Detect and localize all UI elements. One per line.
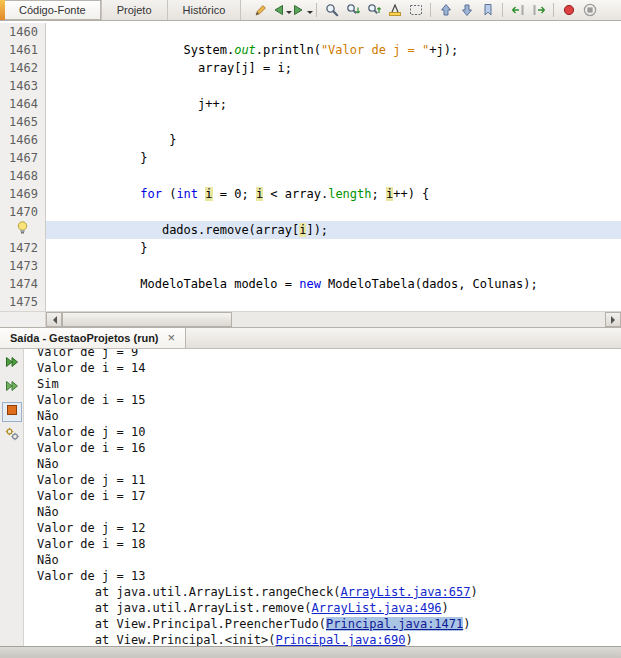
start-macro-button[interactable] bbox=[558, 1, 579, 20]
stop-button[interactable] bbox=[2, 402, 22, 422]
code-line[interactable]: 1466 } bbox=[0, 131, 621, 149]
tab-codigo-fonte[interactable]: Código-Fonte bbox=[0, 0, 102, 20]
code-editor[interactable]: 14601461 System.out.println("Valor de j … bbox=[0, 21, 621, 311]
line-number[interactable]: 1474 bbox=[0, 275, 46, 293]
jump-last-edit-button[interactable] bbox=[249, 1, 270, 20]
output-text: ) bbox=[405, 633, 412, 646]
code-text[interactable]: array[j] = i; bbox=[46, 59, 621, 77]
stacktrace-link[interactable]: ArrayList.java:657 bbox=[340, 585, 470, 599]
output-line: Valor de i = 14 bbox=[37, 360, 621, 376]
code-line[interactable]: 1464 j++; bbox=[0, 95, 621, 113]
code-line[interactable]: 1473 bbox=[0, 257, 621, 275]
find-previous-button[interactable] bbox=[363, 1, 384, 20]
code-token bbox=[68, 187, 140, 201]
code-text[interactable]: } bbox=[46, 131, 621, 149]
code-text[interactable]: j++; bbox=[46, 95, 621, 113]
output-text: Sim bbox=[37, 377, 59, 391]
toggle-highlight-button[interactable] bbox=[384, 1, 405, 20]
line-number[interactable]: 1469 bbox=[0, 185, 46, 203]
code-token: dados.remove(array[ bbox=[68, 223, 299, 237]
output-line: at java.util.ArrayList.remove(ArrayList.… bbox=[37, 600, 621, 616]
code-line[interactable]: 1461 System.out.println("Valor de j = "+… bbox=[0, 41, 621, 59]
stop-macro-button[interactable] bbox=[579, 1, 600, 20]
output-panel: Valor de j = 9Valor de i = 14SimValor de… bbox=[0, 349, 621, 646]
tab-projeto[interactable]: Projeto bbox=[102, 0, 168, 20]
previous-bookmark-button[interactable] bbox=[435, 1, 456, 20]
shift-left-button[interactable] bbox=[507, 1, 528, 20]
line-number[interactable]: 1464 bbox=[0, 95, 46, 113]
code-line[interactable]: 1460 bbox=[0, 23, 621, 41]
code-line[interactable]: 1468 bbox=[0, 167, 621, 185]
line-number[interactable]: 1466 bbox=[0, 131, 46, 149]
code-line[interactable]: 1474 ModeloTabela modelo = new ModeloTab… bbox=[0, 275, 621, 293]
code-text[interactable]: for (int i = 0; i < array.length; i++) { bbox=[46, 185, 621, 203]
line-number[interactable]: 1472 bbox=[0, 239, 46, 257]
code-text[interactable]: ModeloTabela modelo = new ModeloTabela(d… bbox=[46, 275, 621, 293]
scroll-right-button[interactable] bbox=[605, 312, 621, 327]
line-number[interactable]: 1460 bbox=[0, 23, 46, 41]
rerun-alt-button[interactable] bbox=[2, 378, 22, 398]
shift-left-icon bbox=[510, 2, 526, 18]
code-text[interactable]: System.out.println("Valor de j = "+j); bbox=[46, 41, 621, 59]
find-selection-button[interactable] bbox=[321, 1, 342, 20]
output-text: at java.util.ArrayList.remove( bbox=[37, 601, 312, 615]
forward-button[interactable] bbox=[291, 1, 312, 20]
scrollbar-thumb[interactable] bbox=[62, 312, 232, 327]
stacktrace-link[interactable]: Principal.java:1471 bbox=[326, 617, 463, 631]
line-number[interactable]: 1475 bbox=[0, 293, 46, 311]
settings-button[interactable] bbox=[2, 426, 22, 446]
scrollbar-track[interactable] bbox=[62, 312, 605, 327]
code-line[interactable]: 1463 bbox=[0, 77, 621, 95]
line-number[interactable]: 1468 bbox=[0, 167, 46, 185]
code-line[interactable]: 1469 for (int i = 0; i < array.length; i… bbox=[0, 185, 621, 203]
shift-right-button[interactable] bbox=[528, 1, 549, 20]
find-next-button[interactable] bbox=[342, 1, 363, 20]
toggle-bookmark-button[interactable] bbox=[477, 1, 498, 20]
code-line[interactable]: 1470 bbox=[0, 203, 621, 221]
line-number[interactable]: 1461 bbox=[0, 41, 46, 59]
code-text[interactable] bbox=[46, 293, 621, 311]
hint-bulb-icon[interactable] bbox=[16, 221, 29, 240]
back-button[interactable] bbox=[270, 1, 291, 20]
code-line[interactable]: 1465 bbox=[0, 113, 621, 131]
stacktrace-link[interactable]: Principal.java:690 bbox=[275, 633, 405, 646]
bottom-scrollbar[interactable] bbox=[0, 646, 621, 658]
line-number[interactable]: 1465 bbox=[0, 113, 46, 131]
tab-historico[interactable]: Histórico bbox=[168, 0, 242, 20]
close-icon[interactable]: × bbox=[168, 333, 176, 343]
line-number[interactable]: 1463 bbox=[0, 77, 46, 95]
code-text[interactable] bbox=[46, 257, 621, 275]
next-bookmark-button[interactable] bbox=[456, 1, 477, 20]
line-number[interactable]: 1473 bbox=[0, 257, 46, 275]
stacktrace-link[interactable]: ArrayList.java:496 bbox=[312, 601, 442, 615]
code-text[interactable] bbox=[46, 77, 621, 95]
code-line[interactable]: 1475 bbox=[0, 293, 621, 311]
output-line: Não bbox=[37, 456, 621, 472]
output-console[interactable]: Valor de j = 9Valor de i = 14SimValor de… bbox=[24, 349, 621, 646]
code-text-current-line[interactable]: dados.remove(array[i]); bbox=[46, 221, 621, 239]
code-text[interactable]: } bbox=[46, 149, 621, 167]
output-text: Valor de j = 12 bbox=[37, 521, 145, 535]
code-text[interactable] bbox=[46, 167, 621, 185]
code-line[interactable]: 1472 } bbox=[0, 239, 621, 257]
output-tab[interactable]: Saída - GestaoProjetos (run) × bbox=[0, 328, 186, 348]
rerun-alt-icon bbox=[4, 378, 20, 398]
line-number[interactable]: 1462 bbox=[0, 59, 46, 77]
gutter-glyph-cell[interactable] bbox=[0, 221, 46, 239]
output-text: Valor de i = 17 bbox=[37, 489, 145, 503]
code-text[interactable]: } bbox=[46, 239, 621, 257]
rerun-button[interactable] bbox=[2, 354, 22, 374]
rect-selection-button[interactable] bbox=[405, 1, 426, 20]
code-line[interactable]: 1467 } bbox=[0, 149, 621, 167]
editor-horizontal-scrollbar[interactable] bbox=[0, 311, 621, 327]
dropdown-caret-icon bbox=[307, 11, 313, 17]
tab-label: Código-Fonte bbox=[19, 4, 86, 16]
code-line[interactable]: 1462 array[j] = i; bbox=[0, 59, 621, 77]
code-line[interactable]: dados.remove(array[i]); bbox=[0, 221, 621, 239]
code-text[interactable] bbox=[46, 113, 621, 131]
code-text[interactable] bbox=[46, 23, 621, 41]
line-number[interactable]: 1467 bbox=[0, 149, 46, 167]
line-number[interactable]: 1470 bbox=[0, 203, 46, 221]
code-text[interactable] bbox=[46, 203, 621, 221]
scroll-left-button[interactable] bbox=[46, 312, 62, 327]
